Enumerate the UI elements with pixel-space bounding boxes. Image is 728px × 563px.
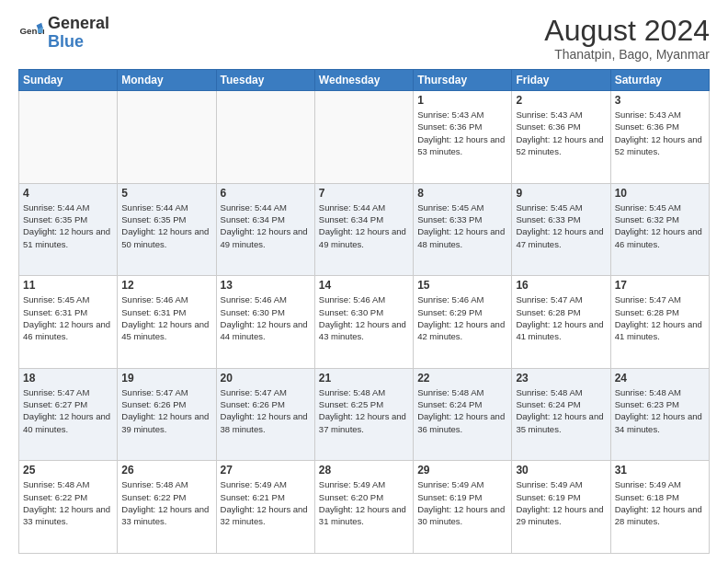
day-number: 19 (121, 372, 211, 385)
sunset-label: Sunset: 6:35 PM (23, 214, 87, 224)
sunrise-label: Sunrise: 5:48 AM (121, 479, 188, 489)
day-info: Sunrise: 5:44 AM Sunset: 6:34 PM Dayligh… (319, 201, 409, 250)
sunrise-label: Sunrise: 5:46 AM (121, 294, 188, 304)
sunset-label: Sunset: 6:19 PM (516, 492, 580, 502)
calendar-cell: 4 Sunrise: 5:44 AM Sunset: 6:35 PM Dayli… (19, 183, 118, 276)
sunrise-label: Sunrise: 5:46 AM (417, 294, 483, 304)
calendar-cell: 25 Sunrise: 5:48 AM Sunset: 6:22 PM Dayl… (19, 461, 118, 554)
day-info: Sunrise: 5:45 AM Sunset: 6:32 PM Dayligh… (615, 201, 705, 250)
daylight-label: Daylight: 12 hours and 35 minutes. (516, 411, 603, 433)
sunrise-label: Sunrise: 5:46 AM (221, 294, 287, 304)
calendar-cell (19, 91, 118, 184)
th-monday: Monday (118, 70, 216, 91)
sunrise-label: Sunrise: 5:47 AM (23, 387, 89, 397)
th-friday: Friday (512, 70, 610, 91)
day-info: Sunrise: 5:46 AM Sunset: 6:30 PM Dayligh… (221, 293, 311, 342)
sunrise-label: Sunrise: 5:46 AM (319, 294, 385, 304)
sunset-label: Sunset: 6:25 PM (319, 399, 383, 409)
sunset-label: Sunset: 6:30 PM (221, 307, 285, 317)
sunrise-label: Sunrise: 5:49 AM (615, 479, 681, 489)
daylight-label: Daylight: 12 hours and 43 minutes. (319, 319, 406, 341)
day-info: Sunrise: 5:45 AM Sunset: 6:33 PM Dayligh… (516, 201, 606, 250)
day-number: 30 (516, 464, 606, 477)
sunset-label: Sunset: 6:27 PM (23, 399, 87, 409)
sunset-label: Sunset: 6:33 PM (516, 214, 580, 224)
logo: General GeneralBlue (18, 15, 109, 52)
sunset-label: Sunset: 6:19 PM (417, 492, 482, 502)
daylight-label: Daylight: 12 hours and 49 minutes. (319, 226, 406, 248)
sunrise-label: Sunrise: 5:49 AM (221, 479, 287, 489)
day-number: 21 (319, 372, 409, 385)
day-info: Sunrise: 5:43 AM Sunset: 6:36 PM Dayligh… (516, 109, 606, 157)
day-number: 10 (615, 187, 705, 200)
day-info: Sunrise: 5:49 AM Sunset: 6:21 PM Dayligh… (221, 478, 311, 527)
calendar-cell: 8 Sunrise: 5:45 AM Sunset: 6:33 PM Dayli… (414, 183, 512, 276)
day-number: 2 (516, 94, 606, 107)
day-number: 3 (615, 94, 705, 107)
sunrise-label: Sunrise: 5:47 AM (516, 294, 582, 304)
day-info: Sunrise: 5:48 AM Sunset: 6:22 PM Dayligh… (23, 478, 113, 527)
sunset-label: Sunset: 6:28 PM (516, 307, 580, 317)
calendar-cell: 18 Sunrise: 5:47 AM Sunset: 6:27 PM Dayl… (19, 368, 118, 461)
calendar-cell: 15 Sunrise: 5:46 AM Sunset: 6:29 PM Dayl… (414, 276, 512, 369)
sunrise-label: Sunrise: 5:49 AM (417, 479, 483, 489)
day-number: 5 (121, 187, 211, 200)
day-info: Sunrise: 5:46 AM Sunset: 6:29 PM Dayligh… (417, 293, 507, 342)
title-area: August 2024 Thanatpin, Bago, Myanmar (544, 15, 710, 62)
calendar-cell: 1 Sunrise: 5:43 AM Sunset: 6:36 PM Dayli… (414, 91, 512, 184)
sunrise-label: Sunrise: 5:48 AM (516, 387, 582, 397)
logo-text: GeneralBlue (48, 15, 109, 52)
daylight-label: Daylight: 12 hours and 39 minutes. (121, 411, 209, 433)
day-info: Sunrise: 5:48 AM Sunset: 6:24 PM Dayligh… (417, 386, 507, 435)
location-subtitle: Thanatpin, Bago, Myanmar (544, 47, 710, 62)
page: General GeneralBlue August 2024 Thanatpi… (0, 0, 728, 563)
calendar-cell: 28 Sunrise: 5:49 AM Sunset: 6:20 PM Dayl… (314, 461, 413, 554)
sunset-label: Sunset: 6:23 PM (615, 399, 679, 409)
day-number: 22 (417, 372, 507, 385)
day-number: 20 (221, 372, 311, 385)
calendar-cell: 11 Sunrise: 5:45 AM Sunset: 6:31 PM Dayl… (19, 276, 118, 369)
daylight-label: Daylight: 12 hours and 52 minutes. (615, 134, 702, 156)
day-number: 14 (319, 279, 409, 292)
sunrise-label: Sunrise: 5:44 AM (319, 202, 385, 213)
day-info: Sunrise: 5:47 AM Sunset: 6:26 PM Dayligh… (121, 386, 211, 435)
daylight-label: Daylight: 12 hours and 48 minutes. (417, 226, 505, 248)
day-info: Sunrise: 5:49 AM Sunset: 6:18 PM Dayligh… (615, 478, 705, 527)
day-number: 7 (319, 187, 409, 200)
daylight-label: Daylight: 12 hours and 30 minutes. (417, 504, 505, 526)
logo-blue: Blue (48, 32, 84, 51)
daylight-label: Daylight: 12 hours and 47 minutes. (516, 226, 603, 248)
sunset-label: Sunset: 6:24 PM (516, 399, 580, 409)
day-info: Sunrise: 5:48 AM Sunset: 6:23 PM Dayligh… (615, 386, 705, 435)
day-info: Sunrise: 5:49 AM Sunset: 6:19 PM Dayligh… (516, 478, 606, 527)
sunrise-label: Sunrise: 5:45 AM (516, 202, 582, 213)
day-info: Sunrise: 5:46 AM Sunset: 6:31 PM Dayligh… (121, 293, 211, 342)
sunrise-label: Sunrise: 5:45 AM (615, 202, 681, 213)
sunset-label: Sunset: 6:36 PM (516, 121, 580, 132)
th-thursday: Thursday (414, 70, 512, 91)
day-info: Sunrise: 5:47 AM Sunset: 6:28 PM Dayligh… (516, 293, 606, 342)
calendar-cell: 5 Sunrise: 5:44 AM Sunset: 6:35 PM Dayli… (118, 183, 216, 276)
calendar-cell: 19 Sunrise: 5:47 AM Sunset: 6:26 PM Dayl… (118, 368, 216, 461)
calendar-cell: 14 Sunrise: 5:46 AM Sunset: 6:30 PM Dayl… (314, 276, 413, 369)
day-number: 12 (121, 279, 211, 292)
daylight-label: Daylight: 12 hours and 34 minutes. (615, 411, 702, 433)
sunrise-label: Sunrise: 5:47 AM (221, 387, 287, 397)
sunset-label: Sunset: 6:36 PM (615, 121, 679, 132)
daylight-label: Daylight: 12 hours and 50 minutes. (121, 226, 209, 248)
th-wednesday: Wednesday (314, 70, 413, 91)
calendar-cell: 24 Sunrise: 5:48 AM Sunset: 6:23 PM Dayl… (610, 368, 709, 461)
sunrise-label: Sunrise: 5:43 AM (615, 109, 681, 120)
day-number: 17 (615, 279, 705, 292)
sunset-label: Sunset: 6:30 PM (319, 307, 383, 317)
daylight-label: Daylight: 12 hours and 49 minutes. (221, 226, 308, 248)
sunset-label: Sunset: 6:22 PM (23, 492, 87, 502)
calendar-cell: 20 Sunrise: 5:47 AM Sunset: 6:26 PM Dayl… (216, 368, 314, 461)
sunrise-label: Sunrise: 5:48 AM (417, 387, 483, 397)
sunset-label: Sunset: 6:35 PM (121, 214, 186, 224)
day-info: Sunrise: 5:47 AM Sunset: 6:26 PM Dayligh… (221, 386, 311, 435)
calendar: Sunday Monday Tuesday Wednesday Thursday… (18, 69, 710, 554)
sunrise-label: Sunrise: 5:47 AM (121, 387, 188, 397)
daylight-label: Daylight: 12 hours and 38 minutes. (221, 411, 308, 433)
day-number: 6 (221, 187, 311, 200)
